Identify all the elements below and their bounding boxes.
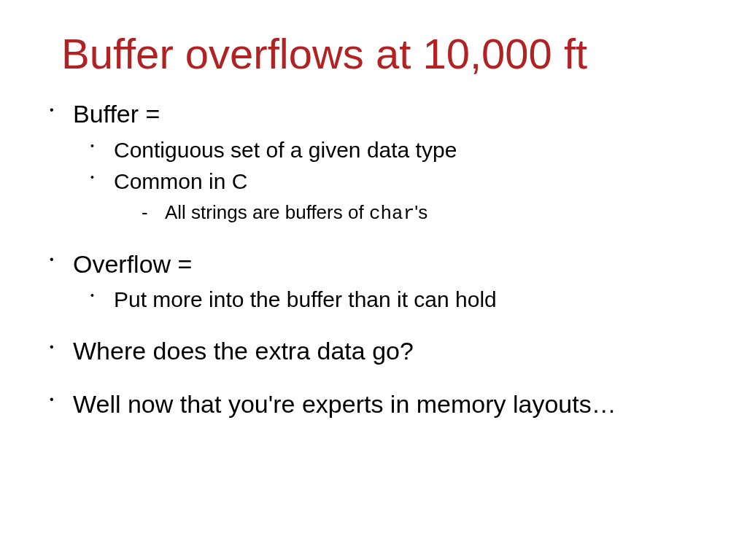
buffer-strings-prefix: All strings are buffers of <box>165 201 369 223</box>
buffer-strings-code: char <box>369 203 414 225</box>
bullet-list: Buffer = Contiguous set of a given data … <box>44 98 703 419</box>
buffer-strings-suffix: 's <box>414 201 427 223</box>
bullet-well: Well now that you're experts in memory l… <box>44 389 703 420</box>
overflow-sub-put-text: Put more into the buffer than it can hol… <box>114 287 497 311</box>
bullet-buffer: Buffer = Contiguous set of a given data … <box>44 98 703 227</box>
buffer-sub-contiguous-text: Contiguous set of a given data type <box>114 138 457 162</box>
overflow-sub-put: Put more into the buffer than it can hol… <box>73 285 703 314</box>
bullet-well-text: Well now that you're experts in memory l… <box>73 390 616 418</box>
bullet-overflow: Overflow = Put more into the buffer than… <box>44 249 703 314</box>
buffer-sub-contiguous: Contiguous set of a given data type <box>73 136 703 164</box>
bullet-where: Where does the extra data go? <box>44 335 703 367</box>
bullet-overflow-label: Overflow = <box>73 250 192 278</box>
slide-title: Buffer overflows at 10,000 ft <box>44 29 703 78</box>
buffer-sub-sublist: All strings are buffers of char's <box>114 200 703 227</box>
buffer-sub-common: Common in C All strings are buffers of c… <box>73 167 703 227</box>
slide: Buffer overflows at 10,000 ft Buffer = C… <box>0 0 747 560</box>
buffer-sublist: Contiguous set of a given data type Comm… <box>73 136 703 227</box>
buffer-strings-item: All strings are buffers of char's <box>114 200 703 227</box>
buffer-sub-common-text: Common in C <box>114 169 247 193</box>
overflow-sublist: Put more into the buffer than it can hol… <box>73 285 703 314</box>
bullet-buffer-label: Buffer = <box>73 100 160 128</box>
bullet-where-text: Where does the extra data go? <box>73 337 414 365</box>
